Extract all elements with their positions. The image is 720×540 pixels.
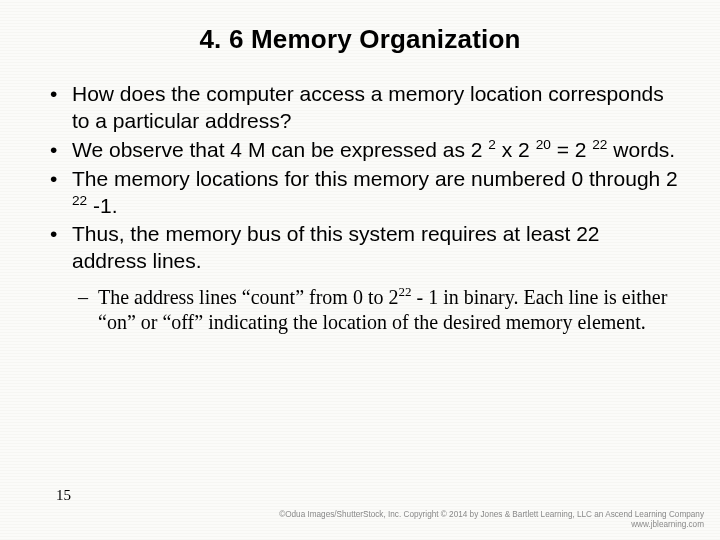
bullet-2-sup2: 20 [536, 137, 551, 152]
sub-bullet-1-pre: The address lines “count” from 0 to 2 [98, 286, 398, 308]
bullet-1-text: How does the computer access a memory lo… [72, 82, 664, 132]
bullet-4: Thus, the memory bus of this system requ… [46, 221, 680, 275]
bullet-3-pre: The memory locations for this memory are… [72, 167, 678, 190]
bullet-3: The memory locations for this memory are… [46, 166, 680, 220]
bullet-list: How does the computer access a memory lo… [40, 81, 680, 275]
bullet-1: How does the computer access a memory lo… [46, 81, 680, 135]
slide: 4. 6 Memory Organization How does the co… [0, 0, 720, 540]
page-number: 15 [56, 487, 71, 504]
sub-bullet-1: The address lines “count” from 0 to 222 … [76, 285, 680, 334]
bullet-2-sup3: 22 [592, 137, 607, 152]
slide-title: 4. 6 Memory Organization [40, 24, 680, 55]
sub-bullet-1-sup: 22 [398, 284, 411, 299]
sub-bullet-list: The address lines “count” from 0 to 222 … [40, 285, 680, 334]
bullet-2-pre: We observe that 4 M can be expressed as … [72, 138, 488, 161]
bullet-4-text: Thus, the memory bus of this system requ… [72, 222, 600, 272]
bullet-2-post: words. [607, 138, 675, 161]
bullet-2: We observe that 4 M can be expressed as … [46, 137, 680, 164]
bullet-3-post: -1. [87, 194, 117, 217]
bullet-2-eq: = 2 [551, 138, 592, 161]
bullet-2-mid: x 2 [496, 138, 536, 161]
bullet-3-sup: 22 [72, 193, 87, 208]
copyright-line1: ©Odua Images/ShutterStock, Inc. Copyrigh… [279, 510, 704, 520]
bullet-2-sup1: 2 [488, 137, 496, 152]
copyright-line2: www.jblearning.com [279, 520, 704, 530]
copyright: ©Odua Images/ShutterStock, Inc. Copyrigh… [279, 510, 704, 531]
